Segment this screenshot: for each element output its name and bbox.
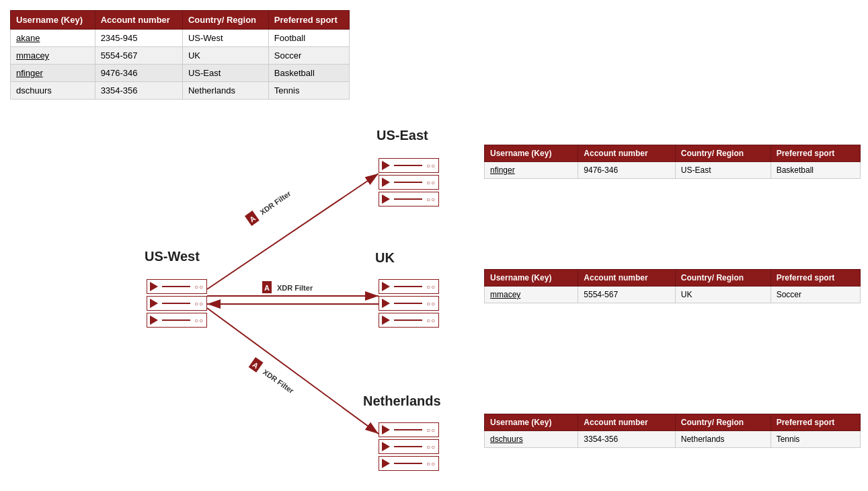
res-col-account: Account number	[578, 145, 675, 162]
main-table: Username (Key) Account number Country/ R…	[10, 10, 350, 100]
cell-account: 3354-356	[95, 82, 182, 100]
cell-sport: Soccer	[268, 47, 349, 65]
svg-rect-10	[262, 281, 272, 293]
res-col-region: Country/ Region	[675, 414, 771, 431]
region-label-useast: US-East	[377, 128, 428, 143]
svg-rect-14	[256, 363, 313, 407]
cell-account: 3354-356	[578, 431, 675, 448]
cell-account: 5554-567	[95, 47, 182, 65]
cell-region: US-West	[182, 30, 268, 47]
table-row: dschuurs 3354-356 Netherlands Tennis	[11, 82, 350, 100]
svg-text:A: A	[248, 214, 257, 223]
cell-username: dschuurs	[11, 82, 95, 100]
db-icon-uk: ○○ ○○ ○○	[379, 279, 439, 328]
cell-sport: Football	[268, 30, 349, 47]
cell-account: 5554-567	[578, 287, 675, 303]
region-label-uk: UK	[375, 250, 395, 266]
table-row: mmacey 5554-567 UK Soccer	[11, 47, 350, 65]
result-table-useast: Username (Key) Account number Country/ R…	[484, 145, 861, 179]
cell-sport: Tennis	[268, 82, 349, 100]
res-col-sport: Preferred sport	[771, 414, 860, 431]
result-table-uk: Username (Key) Account number Country/ R…	[484, 269, 861, 303]
cell-username: akane	[11, 30, 95, 47]
res-col-sport: Preferred sport	[771, 270, 860, 287]
svg-rect-4	[245, 211, 260, 226]
cell-account: 9476-346	[578, 162, 675, 179]
cell-region: UK	[182, 47, 268, 65]
res-col-account: Account number	[578, 270, 675, 287]
table-row: mmacey 5554-567 UK Soccer	[485, 287, 861, 303]
col-header-account: Account number	[95, 11, 182, 30]
cell-sport: Tennis	[771, 431, 860, 448]
svg-line-13	[207, 308, 379, 434]
cell-account: 9476-346	[95, 65, 182, 82]
table-row: akane 2345-945 US-West Football	[11, 30, 350, 47]
cell-sport: Soccer	[771, 287, 860, 303]
res-col-username: Username (Key)	[485, 145, 578, 162]
res-col-username: Username (Key)	[485, 270, 578, 287]
region-label-netherlands: Netherlands	[363, 393, 441, 409]
svg-text:A: A	[264, 284, 270, 292]
svg-rect-9	[272, 281, 332, 293]
col-header-sport: Preferred sport	[268, 11, 349, 30]
col-header-region: Country/ Region	[182, 11, 268, 30]
cell-region: Netherlands	[182, 82, 268, 100]
col-header-username: Username (Key)	[11, 11, 95, 30]
table-row: nfinger 9476-346 US-East Basketball	[485, 162, 861, 179]
res-col-region: Country/ Region	[675, 145, 771, 162]
cell-region: US-East	[182, 65, 268, 82]
cell-sport: Basketball	[771, 162, 860, 179]
svg-text:XDR Filter: XDR Filter	[262, 368, 296, 395]
cell-region: UK	[675, 287, 771, 303]
db-icon-uswest: ○○ ○○ ○○	[147, 279, 207, 328]
result-table-netherlands: Username (Key) Account number Country/ R…	[484, 414, 861, 448]
svg-text:XDR Filter: XDR Filter	[258, 189, 292, 217]
cell-region: Netherlands	[675, 431, 771, 448]
cell-username: mmacey	[11, 47, 95, 65]
db-icon-netherlands: ○○ ○○ ○○	[379, 422, 439, 471]
cell-region: US-East	[675, 162, 771, 179]
cell-username: nfinger	[485, 162, 578, 179]
table-row: nfinger 9476-346 US-East Basketball	[11, 65, 350, 82]
svg-text:XDR Filter: XDR Filter	[277, 284, 313, 292]
res-col-account: Account number	[578, 414, 675, 431]
cell-username: dschuurs	[485, 431, 578, 448]
table-row: dschuurs 3354-356 Netherlands Tennis	[485, 431, 861, 448]
res-col-sport: Preferred sport	[771, 145, 860, 162]
svg-text:A: A	[251, 361, 260, 370]
db-icon-useast: ○○ ○○ ○○	[379, 158, 439, 206]
cell-sport: Basketball	[268, 65, 349, 82]
cell-username: mmacey	[485, 287, 578, 303]
cell-account: 2345-945	[95, 30, 182, 47]
res-col-region: Country/ Region	[675, 270, 771, 287]
svg-line-2	[207, 174, 379, 289]
res-col-username: Username (Key)	[485, 414, 578, 431]
cell-username: nfinger	[11, 65, 95, 82]
svg-rect-15	[249, 357, 264, 373]
svg-rect-3	[252, 176, 309, 220]
region-label-uswest: US-West	[145, 249, 200, 264]
